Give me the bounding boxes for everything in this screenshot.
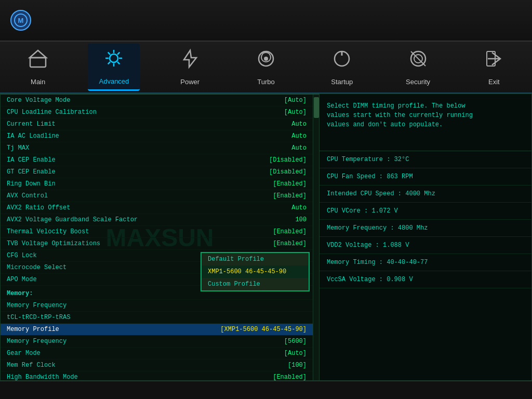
menu-item-23[interactable]: High Bandwidth Mode[Enabled] (1, 371, 313, 381)
menu-item-name-10: AVX2 Voltage Guardband Scale Factor (7, 216, 295, 223)
nav-label-advanced: Advanced (99, 77, 129, 85)
menu-item-20[interactable]: Memory Frequency[5600] (1, 336, 313, 348)
nav-label-security: Security (406, 78, 430, 86)
menu-item-value-3: Auto (291, 132, 307, 140)
svg-line-12 (108, 62, 110, 64)
nav: MainAdvancedPowerTurboStartupSecurityExi… (0, 42, 532, 94)
nav-item-exit[interactable]: Exit (468, 44, 520, 90)
left-panel: MAXSUN Core Voltage Mode[Auto]CPU Loadli… (0, 94, 320, 381)
menu-item-name-22: Mem Ref Clock (7, 362, 288, 369)
dropdown-item-1[interactable]: XMP1-5600 46-45-45-90 (202, 265, 309, 278)
menu-item-value-22: [100] (288, 362, 307, 369)
menu-item-value-1: [Auto] (284, 109, 307, 116)
statusbar (0, 381, 532, 399)
svg-line-9 (108, 52, 110, 54)
dropdown-item-0[interactable]: Default Profile (202, 253, 309, 265)
menu-item-21[interactable]: Gear Mode[Auto] (1, 348, 313, 360)
menu-container: Core Voltage Mode[Auto]CPU Loadline Cali… (1, 95, 319, 381)
menu-item-value-19: [XMP1-5600 46-45-45-90] (220, 326, 307, 333)
menu-item-value-8: [Enabled] (273, 192, 307, 200)
menu-item-value-21: [Auto] (284, 350, 307, 357)
advanced-icon (103, 48, 124, 74)
description-box: Select DIMM timing profile. The belowval… (320, 94, 531, 151)
menu-item-11[interactable]: Thermal Velocity Boost[Enabled] (1, 226, 313, 238)
stat-item-3: CPU VCore : 1.072 V (320, 203, 531, 220)
dropdown-overlay: Default ProfileXMP1-5600 46-45-45-90Cust… (201, 252, 310, 291)
nav-item-security[interactable]: Security (392, 44, 444, 90)
menu-item-name-18: tCL-tRCD-tRP-tRAS (7, 314, 307, 321)
security-icon (408, 48, 429, 75)
nav-label-power: Power (180, 78, 200, 86)
svg-marker-13 (184, 50, 196, 67)
menu-item-value-4: Auto (291, 144, 307, 152)
logo-icon: M (10, 10, 31, 31)
stat-item-4: Memory Frequency : 4800 Mhz (320, 220, 531, 237)
menu-item-value-20: [5600] (284, 338, 307, 345)
menu-item-value-2: Auto (291, 121, 307, 128)
nav-item-advanced[interactable]: Advanced (88, 44, 140, 91)
menu-item-19[interactable]: Memory Profile[XMP1-5600 46-45-45-90] (1, 324, 313, 336)
menu-item-10[interactable]: AVX2 Voltage Guardband Scale Factor100 (1, 214, 313, 226)
menu-item-name-5: IA CEP Enable (7, 156, 269, 164)
menu-item-5[interactable]: IA CEP Enable[Disabled] (1, 154, 313, 166)
menu-item-name-9: AVX2 Ratio Offset (7, 204, 291, 211)
menu-item-6[interactable]: GT CEP Enable[Disabled] (1, 166, 313, 178)
nav-item-main[interactable]: Main (12, 44, 64, 90)
dropdown-item-2[interactable]: Custom Profile (202, 278, 309, 290)
menu-item-22[interactable]: Mem Ref Clock[100] (1, 360, 313, 371)
nav-item-startup[interactable]: Startup (316, 44, 368, 90)
exit-icon (484, 48, 504, 75)
menu-item-name-14: Microcode Select (7, 264, 224, 271)
menu-item-name-17: Memory Frequency (7, 302, 307, 309)
svg-point-4 (110, 54, 118, 62)
stats-box: CPU Temperature : 32°CCPU Fan Speed : 86… (320, 151, 531, 380)
menu-item-value-11: [Enabled] (273, 228, 307, 235)
menu-item-3[interactable]: IA AC LoadlineAuto (1, 130, 313, 142)
power-icon (180, 48, 201, 75)
nav-label-main: Main (31, 78, 45, 86)
menu-item-name-4: Tj MAX (7, 144, 291, 152)
stat-item-2: Intended CPU Speed : 4000 Mhz (320, 185, 531, 203)
menu-item-18[interactable]: tCL-tRCD-tRP-tRAS (1, 312, 313, 324)
nav-item-power[interactable]: Power (164, 44, 216, 90)
menu-item-17[interactable]: Memory Frequency (1, 300, 313, 312)
nav-item-turbo[interactable]: Turbo (240, 44, 292, 90)
stat-item-0: CPU Temperature : 32°C (320, 151, 531, 168)
scroll-thumb[interactable] (314, 97, 319, 118)
menu-item-1[interactable]: CPU Loadline Calibration[Auto] (1, 107, 313, 118)
menu-item-9[interactable]: AVX2 Ratio OffsetAuto (1, 202, 313, 214)
right-panel: Select DIMM timing profile. The belowval… (320, 94, 532, 381)
menu-item-value-7: [Enabled] (273, 180, 307, 188)
stat-item-5: VDD2 Voltage : 1.088 V (320, 237, 531, 254)
menu-item-2[interactable]: Current LimitAuto (1, 118, 313, 130)
description-text: Select DIMM timing profile. The belowval… (327, 102, 473, 128)
menu-item-7[interactable]: Ring Down Bin[Enabled] (1, 178, 313, 190)
stat-item-1: CPU Fan Speed : 863 RPM (320, 168, 531, 185)
svg-line-10 (117, 62, 119, 64)
menu-item-0[interactable]: Core Voltage Mode[Auto] (1, 95, 313, 107)
nav-label-startup: Startup (331, 78, 353, 86)
menu-item-value-9: Auto (291, 204, 307, 211)
menu-item-12[interactable]: TVB Voltage Optimizations[Enabled] (1, 238, 313, 250)
scrollbar[interactable] (313, 95, 319, 380)
svg-line-11 (117, 52, 119, 54)
menu-item-name-12: TVB Voltage Optimizations (7, 240, 273, 247)
startup-icon (331, 48, 352, 75)
content: MAXSUN Core Voltage Mode[Auto]CPU Loadli… (0, 94, 532, 381)
menu-item-value-6: [Disabled] (269, 168, 307, 176)
menu-item-8[interactable]: AVX Control[Enabled] (1, 190, 313, 202)
menu-item-value-10: 100 (295, 216, 307, 223)
svg-point-15 (264, 57, 268, 61)
menu-item-value-12: [Enabled] (273, 240, 307, 247)
menu-item-value-23: [Enabled] (273, 374, 307, 381)
menu-item-name-19: Memory Profile (7, 326, 220, 333)
menu-item-name-7: Ring Down Bin (7, 180, 273, 188)
stat-item-7: VccSA Voltage : 0.908 V (320, 271, 531, 288)
menu-item-name-2: Current Limit (7, 121, 291, 128)
nav-label-exit: Exit (488, 78, 500, 86)
menu-item-4[interactable]: Tj MAXAuto (1, 142, 313, 154)
menu-item-name-0: Core Voltage Mode (7, 97, 284, 104)
menu-item-name-6: GT CEP Enable (7, 168, 269, 176)
logo: M (10, 10, 36, 31)
main-icon (28, 48, 48, 75)
